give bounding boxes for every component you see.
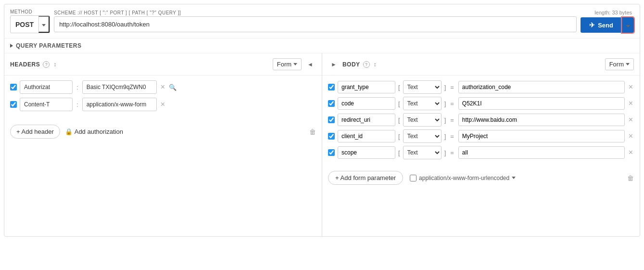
add-authorization-button[interactable]: 🔒 Add authorization: [65, 128, 123, 135]
chevron-down-icon: [626, 63, 630, 65]
content-type-chevron-icon: [512, 177, 516, 179]
header-value-2[interactable]: [82, 98, 157, 111]
bracket-open-4: [: [398, 133, 400, 140]
headers-panel-header: HEADERS ? ↕ Form ◄: [4, 53, 322, 76]
body-remove-5[interactable]: ×: [628, 149, 634, 156]
body-value-1[interactable]: [458, 81, 625, 93]
bracket-close-3: ]: [444, 116, 446, 124]
query-params-bar[interactable]: QUERY PARAMETERS: [4, 39, 640, 53]
equals-5: =: [449, 149, 455, 156]
headers-actions: + Add header 🔒 Add authorization 🗑: [4, 120, 322, 143]
body-type-1[interactable]: Text File: [403, 80, 442, 94]
method-label: METHOD: [10, 9, 50, 14]
body-remove-3[interactable]: ×: [628, 116, 634, 124]
bracket-close-2: ]: [444, 100, 446, 107]
header-key-2[interactable]: [20, 98, 73, 111]
main-container: METHOD POST SCHEME :// HOST [ ":" PORT ]…: [4, 4, 640, 237]
header-checkbox-2[interactable]: [10, 101, 17, 108]
body-key-4[interactable]: [338, 130, 395, 142]
method-dropdown-button[interactable]: [38, 16, 50, 33]
body-form-label: Form: [609, 61, 624, 68]
content-type-checkbox[interactable]: [410, 175, 417, 181]
add-auth-label: Add authorization: [75, 128, 123, 135]
chevron-down-icon: [626, 25, 630, 27]
body-delete-icon[interactable]: 🗑: [627, 174, 634, 182]
header-key-1[interactable]: [20, 80, 73, 94]
header-remove-2[interactable]: ×: [160, 101, 166, 108]
add-form-parameter-button[interactable]: + Add form parameter: [328, 171, 403, 185]
equals-3: =: [449, 116, 455, 124]
headers-rows: : × 🔍 : ×: [4, 76, 322, 120]
body-row: [ Text File ] = ×: [328, 129, 634, 143]
headers-delete-icon[interactable]: 🗑: [309, 128, 316, 136]
body-rows: [ Text File ] = × [ Text: [322, 76, 640, 167]
body-nav-right[interactable]: ►: [328, 59, 340, 70]
body-type-2[interactable]: Text File: [403, 97, 442, 110]
content-type-group: application/x-www-form-urlencoded: [410, 175, 516, 181]
content-type-label: application/x-www-form-urlencoded: [419, 175, 509, 181]
headers-form-dropdown[interactable]: Form: [273, 58, 302, 70]
headers-nav-left[interactable]: ◄: [304, 59, 316, 70]
body-info-icon[interactable]: ?: [363, 61, 370, 68]
headers-sort-icon[interactable]: ↕: [53, 61, 56, 68]
bracket-open-2: [: [398, 100, 400, 107]
body-row: [ Text File ] = ×: [328, 97, 634, 110]
method-select: POST: [10, 15, 50, 33]
header-value-1[interactable]: [82, 80, 157, 94]
body-sort-icon[interactable]: ↕: [374, 61, 377, 68]
body-checkbox-5[interactable]: [328, 149, 335, 156]
method-value: POST: [11, 17, 38, 32]
header-remove-1[interactable]: ×: [160, 83, 166, 91]
query-params-label: QUERY PARAMETERS: [16, 42, 81, 49]
chevron-down-icon: [42, 24, 46, 26]
equals-2: =: [449, 100, 455, 107]
headers-info-icon[interactable]: ?: [43, 61, 50, 68]
send-plane-icon: ✈: [589, 21, 595, 29]
url-label: SCHEME :// HOST [ ":" PORT ] [ PATH [ "?…: [54, 10, 577, 15]
body-key-2[interactable]: [338, 97, 395, 110]
body-key-5[interactable]: [338, 146, 395, 159]
bracket-open-1: [: [398, 84, 400, 91]
header-row: : × 🔍: [10, 80, 316, 94]
lock-icon: 🔒: [65, 128, 73, 135]
body-value-2[interactable]: [458, 97, 625, 110]
body-form-dropdown[interactable]: Form: [605, 58, 634, 70]
body-row: [ Text File ] = ×: [328, 146, 634, 159]
body-checkbox-4[interactable]: [328, 133, 335, 140]
body-checkbox-1[interactable]: [328, 84, 335, 90]
colon-2: :: [76, 101, 79, 108]
header-search-icon-1[interactable]: 🔍: [169, 84, 177, 91]
body-checkbox-3[interactable]: [328, 116, 335, 123]
body-remove-4[interactable]: ×: [628, 132, 634, 140]
url-group: SCHEME :// HOST [ ":" PORT ] [ PATH [ "?…: [54, 10, 577, 32]
bracket-open-5: [: [398, 149, 400, 156]
body-value-4[interactable]: [458, 130, 625, 142]
send-label: Send: [598, 22, 613, 29]
colon-1: :: [76, 84, 79, 91]
add-header-button[interactable]: + Add header: [10, 125, 60, 139]
body-value-5[interactable]: [458, 146, 625, 159]
body-type-4[interactable]: Text File: [403, 129, 442, 143]
bracket-close-5: ]: [444, 149, 446, 156]
body-remove-1[interactable]: ×: [628, 83, 634, 91]
header-checkbox-1[interactable]: [10, 84, 17, 90]
method-group: METHOD POST: [10, 9, 50, 33]
url-input[interactable]: [54, 16, 577, 32]
headers-form-label: Form: [277, 61, 291, 68]
send-button[interactable]: ✈ Send: [581, 17, 622, 33]
body-panel: ► BODY ? ↕ Form [ Text: [322, 53, 640, 236]
headers-title: HEADERS: [10, 61, 40, 68]
body-remove-2[interactable]: ×: [628, 100, 634, 107]
send-group: length: 33 bytes ✈ Send: [581, 10, 634, 33]
equals-4: =: [449, 133, 455, 140]
send-dropdown-button[interactable]: [622, 17, 634, 33]
body-value-3[interactable]: [458, 114, 625, 126]
chevron-down-icon: [293, 63, 297, 65]
body-type-3[interactable]: Text File: [403, 113, 442, 127]
bracket-close-4: ]: [444, 133, 446, 140]
body-key-1[interactable]: [338, 81, 395, 93]
body-row: [ Text File ] = ×: [328, 80, 634, 94]
body-checkbox-2[interactable]: [328, 100, 335, 107]
body-key-3[interactable]: [338, 114, 395, 126]
body-type-5[interactable]: Text File: [403, 146, 442, 159]
